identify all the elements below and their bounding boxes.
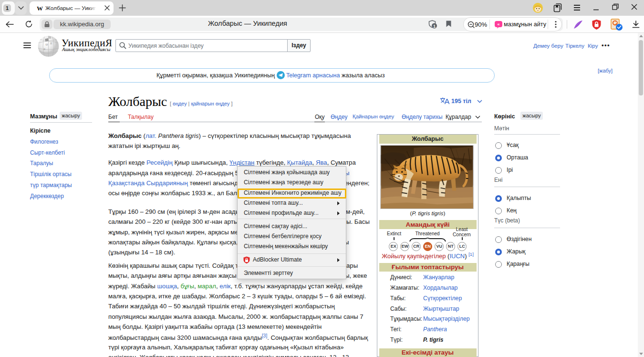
svg-text:«: « bbox=[497, 22, 499, 27]
svg-text:1: 1 bbox=[433, 24, 436, 29]
svg-text:И: И bbox=[50, 42, 52, 45]
svg-text:Я: Я bbox=[43, 48, 45, 51]
svg-text:Ω: Ω bbox=[46, 42, 48, 46]
